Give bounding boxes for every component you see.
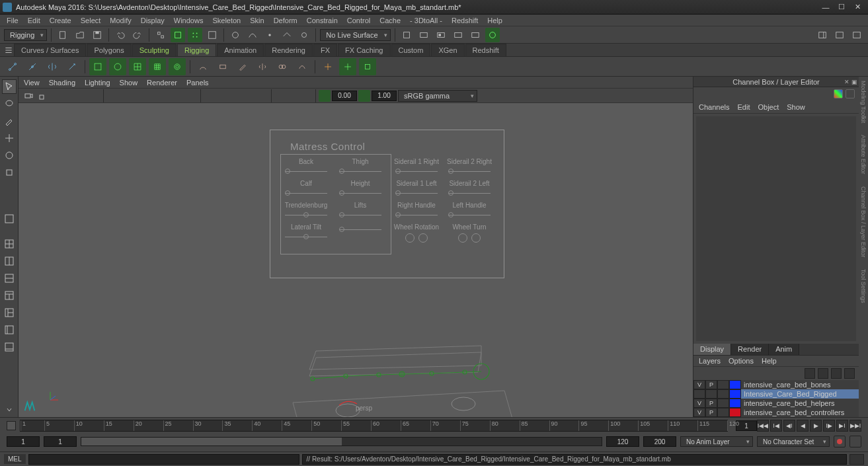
time-slider[interactable]: 1510152025303540455055606570758085909510…	[20, 420, 728, 432]
menu-skeleton[interactable]: Skeleton	[208, 17, 245, 24]
xray-icon[interactable]	[288, 90, 299, 102]
layer-row[interactable]: VPintensive_care_bed_helpers	[693, 399, 859, 408]
slider-track[interactable]	[285, 190, 327, 196]
go-end-icon[interactable]: ▶▶I	[849, 420, 861, 432]
step-fwd-icon[interactable]: I▶	[823, 420, 835, 432]
slider-track[interactable]	[285, 233, 327, 240]
shelf-tab-fxcaching[interactable]: FX Caching	[338, 44, 390, 56]
slider-track[interactable]	[448, 168, 491, 175]
move-layer-down-icon[interactable]	[818, 368, 828, 379]
control-wheel-turn[interactable]: Wheel Turn	[446, 223, 493, 243]
paint-select-icon[interactable]	[2, 114, 17, 128]
grease-pencil-icon[interactable]	[89, 90, 100, 102]
shelf-tab-custom[interactable]: Custom	[391, 44, 431, 56]
view-transform-dropdown[interactable]: sRGB gamma	[398, 90, 477, 102]
play-back-icon[interactable]: ◀	[797, 420, 809, 432]
shadows-icon[interactable]	[256, 90, 268, 102]
layer-tab-anim[interactable]: Anim	[769, 344, 799, 355]
menu-windows[interactable]: Windows	[170, 17, 208, 24]
slider-track[interactable]	[395, 190, 438, 196]
layer-row[interactable]: VPintensive_care_bed_bones	[693, 380, 859, 389]
shelf-tab-fx[interactable]: FX	[313, 44, 337, 56]
menu-control[interactable]: Control	[343, 17, 374, 24]
anim-layer-dropdown[interactable]: No Anim Layer	[680, 436, 753, 447]
detach-skin-icon[interactable]	[214, 58, 231, 75]
viewport[interactable]: Matress Control BackCalfTrendelenburgLat…	[19, 103, 693, 417]
layer-type-toggle[interactable]	[717, 408, 729, 417]
layer-playback-toggle[interactable]: P	[705, 380, 717, 389]
shelf-tab-curves[interactable]: Curves / Surfaces	[14, 44, 86, 56]
layer-type-toggle[interactable]	[717, 389, 729, 399]
control-siderail-1-right[interactable]: Siderail 1 Right	[393, 158, 440, 175]
bind-skin-icon[interactable]	[194, 58, 212, 75]
outliner-layout-icon[interactable]	[2, 323, 17, 337]
rotate-tool-icon[interactable]	[2, 148, 17, 163]
xray-joints-icon[interactable]	[301, 90, 313, 102]
grid-toggle-icon[interactable]	[106, 90, 118, 102]
insert-joint-icon[interactable]	[24, 58, 41, 75]
render-view-icon[interactable]	[468, 28, 483, 42]
control-lateral-tilt[interactable]: Lateral Tilt	[282, 223, 330, 240]
layer-visibility-toggle[interactable]	[693, 389, 705, 399]
cg-toggle-icon[interactable]	[399, 28, 414, 42]
sound-toggle-icon[interactable]	[7, 421, 16, 430]
control-wheel-rotation[interactable]: Wheel Rotation	[393, 223, 440, 243]
prefs-icon[interactable]	[849, 436, 861, 447]
select-tool-icon[interactable]	[2, 79, 17, 94]
new-scene-icon[interactable]	[56, 28, 70, 42]
slider-track[interactable]	[285, 168, 327, 175]
move-layer-up-icon[interactable]	[805, 368, 815, 379]
range-start-field[interactable]: 1	[7, 436, 40, 447]
maximize-button[interactable]: ☐	[834, 2, 849, 13]
shelf-tab-redshift[interactable]: Redshift	[465, 44, 506, 56]
expand-toolbox-icon[interactable]	[2, 403, 17, 417]
smooth-shade-icon[interactable]	[217, 90, 229, 102]
shelf-tab-sculpting[interactable]: Sculpting	[132, 44, 177, 56]
control-thigh[interactable]: Thigh	[336, 158, 384, 175]
control-siderail-2-right[interactable]: Siderail 2 Right	[446, 158, 493, 175]
textured-icon[interactable]	[230, 90, 242, 102]
tab-tool-settings[interactable]: Tool Settings	[860, 269, 867, 303]
layer-color-swatch[interactable]	[729, 408, 741, 417]
workspace-dropdown[interactable]: Rigging	[4, 29, 47, 41]
scale-tool-icon[interactable]	[2, 165, 17, 180]
script-lang-label[interactable]: MEL	[4, 454, 26, 464]
cb-menu-show[interactable]: Show	[787, 103, 805, 111]
control-trendelenburg[interactable]: Trendelenburg	[282, 202, 330, 218]
snap-live-icon[interactable]	[297, 28, 311, 42]
2d-pan-icon[interactable]	[75, 90, 87, 102]
cb-menu-edit[interactable]: Edit	[737, 103, 750, 111]
lattice-icon[interactable]	[149, 58, 166, 75]
move-tool-icon[interactable]	[2, 131, 17, 145]
menu-edit[interactable]: Edit	[24, 17, 44, 24]
step-fwd-key-icon[interactable]: ▶I	[836, 420, 848, 432]
slider-track[interactable]	[395, 212, 438, 218]
joint-tool-icon[interactable]	[4, 58, 21, 75]
exposure-field[interactable]: 0.00	[332, 91, 357, 101]
control-siderail-2-left[interactable]: Siderail 2 Left	[446, 180, 493, 196]
menu-display[interactable]: Display	[137, 17, 169, 24]
step-back-key-icon[interactable]: I◀	[770, 420, 782, 432]
film-gate-icon[interactable]	[120, 90, 132, 102]
render-icon[interactable]	[416, 28, 431, 42]
save-scene-icon[interactable]	[90, 28, 104, 42]
layer-tab-display[interactable]: Display	[693, 344, 731, 355]
script-editor-icon[interactable]	[849, 454, 864, 465]
layer-visibility-toggle[interactable]: V	[693, 408, 705, 417]
auto-key-icon[interactable]	[834, 436, 846, 447]
select-component-icon[interactable]	[188, 28, 202, 42]
channel-box-close-icon[interactable]: ✕	[844, 79, 849, 85]
redo-icon[interactable]	[130, 28, 145, 42]
menu-modify[interactable]: Modify	[106, 17, 135, 24]
isolate-select-icon[interactable]	[274, 90, 286, 102]
go-start-icon[interactable]: I◀◀	[757, 420, 769, 432]
live-surface-dropdown[interactable]: No Live Surface	[320, 29, 390, 41]
menu-constrain[interactable]: Constrain	[303, 17, 342, 24]
control-siderail-1-left[interactable]: Siderail 1 Left	[393, 180, 440, 196]
tab-channel-box[interactable]: Channel Box / Layer Editor	[860, 186, 867, 258]
layer-visibility-toggle[interactable]: V	[693, 380, 705, 389]
dial-icon[interactable]	[458, 233, 481, 243]
ik-handle-icon[interactable]	[89, 58, 106, 75]
panel-menu-lighting[interactable]: Lighting	[85, 79, 110, 87]
snap-plane-icon[interactable]	[280, 28, 294, 42]
